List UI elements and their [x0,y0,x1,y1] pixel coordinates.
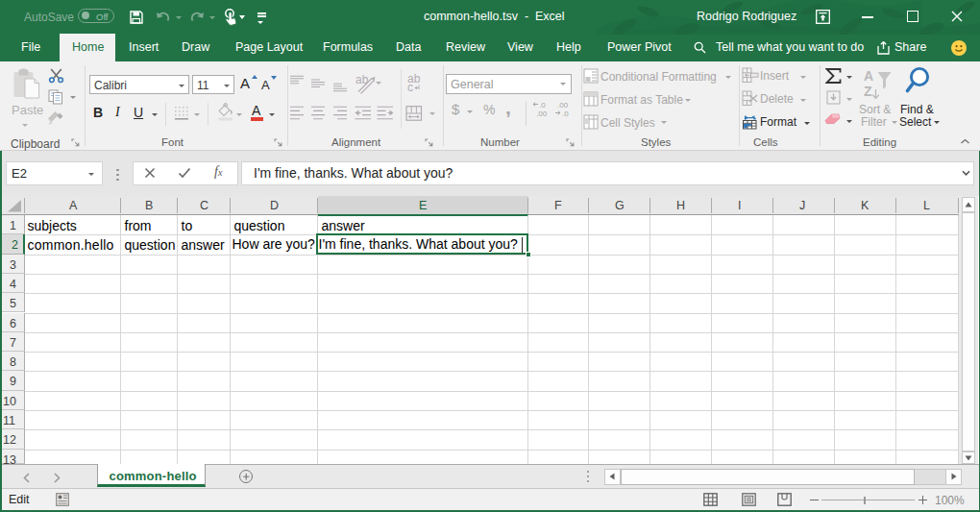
svg-text:.00: .00 [536,110,548,117]
svg-text:c: c [407,81,413,94]
svg-text:.0: .0 [539,101,546,110]
svg-text:.0: .0 [562,110,569,117]
svg-text:A: A [864,68,873,84]
svg-text:.00: .00 [557,101,569,110]
svg-text:Z: Z [864,84,872,99]
svg-text:ab: ab [355,73,369,86]
